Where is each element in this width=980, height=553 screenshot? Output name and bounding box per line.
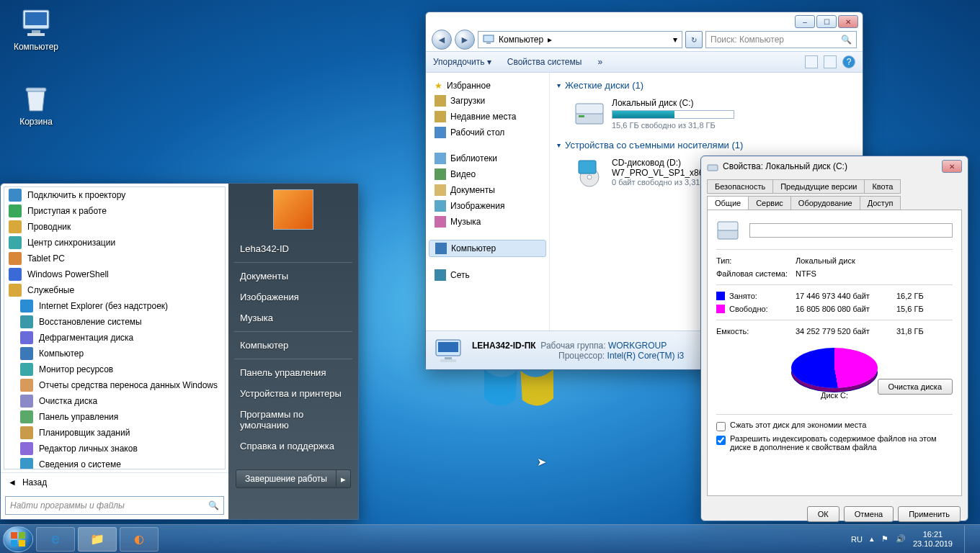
maximize-button[interactable]: ☐ [816,15,837,28]
back-button[interactable]: ◄Назад [1,472,228,492]
tab-sharing[interactable]: Доступ [860,196,901,210]
program-icon [20,347,33,360]
category-removable[interactable]: Устройства со съемными носителями (1) [557,137,855,153]
svg-rect-2 [32,30,40,33]
desktop-icon-recycle[interactable]: Корзина [9,81,63,127]
svg-rect-12 [579,161,596,174]
program-item[interactable]: Дефрагментация диска [4,330,225,346]
minimize-button[interactable]: – [795,15,815,28]
nav-recent[interactable]: Недавние места [429,109,546,125]
tab-general[interactable]: Общие [707,196,749,210]
sm-music[interactable]: Музыка [228,307,358,328]
program-icon [20,410,33,423]
program-icon [9,284,22,297]
program-item[interactable]: Служебные [4,282,225,298]
sm-control-panel[interactable]: Панель управления [228,362,358,383]
user-name[interactable]: Leha342-ID [228,238,358,259]
program-item[interactable]: Проводник [4,219,225,235]
program-item[interactable]: Internet Explorer (без надстроек) [4,298,225,314]
tray-chevron[interactable]: ▴ [870,534,874,544]
sm-default-programs[interactable]: Программы по умолчанию [228,404,358,436]
ok-button[interactable]: ОК [807,506,839,522]
apply-button[interactable]: Применить [898,506,961,522]
program-item[interactable]: Редактор личных знаков [4,441,225,457]
sm-documents[interactable]: Документы [228,266,358,287]
organize-menu[interactable]: Упорядочить ▾ [433,57,491,67]
cancel-button[interactable]: Отмена [844,506,894,522]
lang-indicator[interactable]: RU [851,535,863,544]
sm-pictures[interactable]: Изображения [228,287,358,307]
category-hdd[interactable]: Жесткие диски (1) [557,77,855,94]
nav-music[interactable]: Музыка [429,214,546,230]
start-button[interactable] [3,526,33,552]
program-item[interactable]: Windows PowerShell [4,266,225,282]
nav-favorites[interactable]: ★Избранное [429,78,546,93]
shutdown-options[interactable]: ▸ [337,469,351,488]
windows-logo-icon [9,531,27,548]
sm-help[interactable]: Справка и поддержка [228,436,358,457]
sm-devices[interactable]: Устройства и принтеры [228,383,358,404]
nav-desktop[interactable]: Рабочий стол [429,125,546,140]
address-bar[interactable]: Компьютер ▸ ▾ [478,31,682,48]
show-desktop-button[interactable] [964,526,973,553]
program-item[interactable]: Подключить к проектору [4,187,225,203]
tab-previous-versions[interactable]: Предыдущие версии [772,179,865,194]
nav-pictures[interactable]: Изображения [429,198,546,214]
toolbar-overflow[interactable]: » [597,57,602,67]
svg-rect-19 [718,222,738,230]
nav-libraries[interactable]: Библиотеки [429,150,546,166]
nav-downloads[interactable]: Загрузки [429,93,546,109]
forward-button[interactable]: ► [455,30,475,50]
taskbar-ie[interactable]: e [36,527,75,552]
taskbar-media[interactable]: ◐ [120,527,159,552]
tab-service[interactable]: Сервис [748,196,791,210]
refresh-button[interactable]: ↻ [685,31,703,48]
help-button[interactable]: ? [842,55,855,68]
system-properties[interactable]: Свойства системы [507,57,582,67]
program-icon [20,363,33,376]
program-item[interactable]: Отчеты средства переноса данных Windows [4,377,225,393]
back-button[interactable]: ◄ [432,30,452,50]
close-button[interactable]: ✕ [942,160,962,173]
volume-label-input[interactable] [749,223,953,238]
nav-video[interactable]: Видео [429,166,546,182]
compress-checkbox[interactable]: Сжать этот диск для экономии места [716,419,953,433]
nav-documents[interactable]: Документы [429,182,546,198]
tab-security[interactable]: Безопасность [707,179,773,194]
nav-computer[interactable]: Компьютер [429,240,546,257]
close-button[interactable]: ✕ [838,15,858,28]
preview-pane-button[interactable] [824,55,837,68]
desktop-icon-computer[interactable]: Компьютер [9,6,63,52]
view-button[interactable] [805,55,818,68]
drive-c[interactable]: Локальный диск (C:) 15,6 ГБ свободно из … [557,94,855,137]
search-input[interactable]: Поиск: Компьютер 🔍 [705,31,857,48]
svg-rect-21 [19,532,25,539]
drive-name: Локальный диск (C:) [612,98,852,108]
clock[interactable]: 16:21 23.10.2019 [913,530,953,549]
program-item[interactable]: Сведения о системе [4,457,225,469]
program-item[interactable]: Очистка диска [4,393,225,409]
taskbar-explorer[interactable]: 📁 [78,527,117,552]
disk-cleanup-button[interactable]: Очистка диска [878,379,953,395]
sm-computer[interactable]: Компьютер [228,335,358,356]
shutdown-button[interactable]: Завершение работы [236,469,337,488]
user-avatar[interactable] [273,189,313,230]
program-item[interactable]: Монитор ресурсов [4,361,225,377]
program-item[interactable]: Центр синхронизации [4,235,225,251]
program-item[interactable]: Планировщик заданий [4,425,225,441]
search-programs-input[interactable]: Найти программы и файлы🔍 [5,496,224,515]
volume-icon[interactable]: 🔊 [896,534,906,544]
program-item[interactable]: Приступая к работе [4,203,225,219]
program-item[interactable]: Восстановление системы [4,314,225,330]
action-center-icon[interactable]: ⚑ [881,534,888,544]
nav-network[interactable]: Сеть [429,267,546,283]
index-checkbox[interactable]: Разрешить индексировать содержимое файло… [716,433,953,453]
tab-quota[interactable]: Квота [864,179,901,194]
svg-rect-22 [11,540,17,547]
program-icon [20,395,33,408]
program-item[interactable]: Tablet PC [4,251,225,266]
tab-hardware[interactable]: Оборудование [790,196,860,210]
program-item[interactable]: Компьютер [4,346,225,361]
search-icon: 🔍 [841,35,852,45]
program-item[interactable]: Панель управления [4,409,225,425]
